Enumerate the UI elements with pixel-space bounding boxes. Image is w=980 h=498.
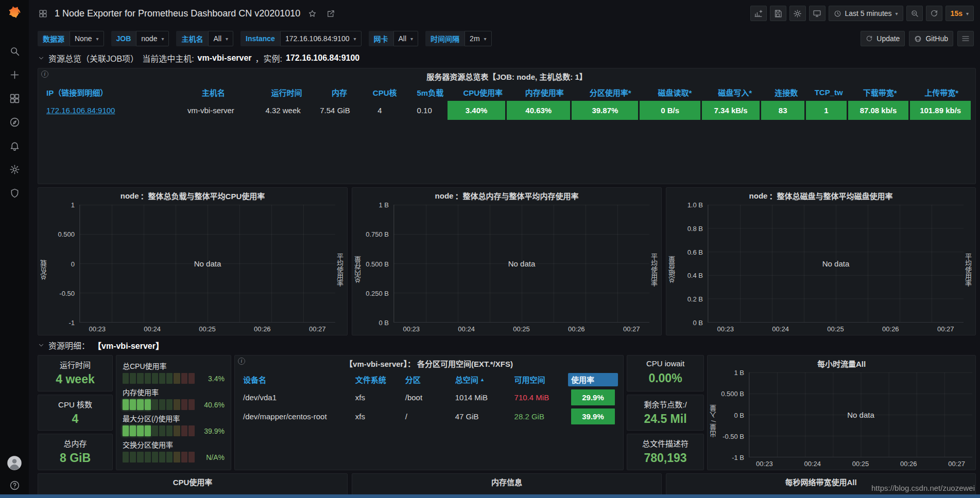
settings-gear-icon[interactable] xyxy=(9,164,20,175)
column-header[interactable]: 设备名 xyxy=(240,374,352,385)
panel-title[interactable]: node：整体总负载与整体平均CPU使用率 xyxy=(38,188,347,203)
gauge-segment xyxy=(188,399,195,410)
search-icon[interactable] xyxy=(9,46,20,57)
panel-title[interactable]: node：整体总磁盘与整体平均磁盘使用率 xyxy=(666,188,975,203)
dashboard-grid-icon[interactable] xyxy=(36,7,49,20)
plot-region: 1 B0.750 B0.500 B0.250 B0 BNo data00:230… xyxy=(363,205,649,335)
stat-value: 4 xyxy=(72,410,79,431)
variable-value: 172.16.106.84:9100 xyxy=(285,34,350,43)
column-header[interactable]: 下载带宽* xyxy=(849,87,910,98)
usage-gauges-panel: 总CPU使用率3.4%内存使用率40.6%最大分区(/)使用率39.9%交换分区… xyxy=(116,355,231,470)
column-header[interactable]: 使用率 xyxy=(568,373,618,386)
column-header[interactable]: 内存 xyxy=(316,87,363,98)
row-overview-instance-label: ，实例: xyxy=(255,52,282,64)
panel-title-text: 每小时流量All xyxy=(817,358,866,369)
avatar[interactable] xyxy=(7,455,22,471)
share-icon[interactable] xyxy=(324,7,337,20)
star-icon[interactable] xyxy=(305,7,319,20)
save-dashboard-button[interactable] xyxy=(770,6,786,21)
row-overview-header[interactable]: 资源总览（关联JOB项） 当前选中主机: vm-vbi-server ，实例: … xyxy=(38,51,976,65)
column-header[interactable]: 5m负载 xyxy=(407,87,454,98)
dashboards-icon[interactable] xyxy=(9,93,20,104)
column-header[interactable]: 总空间▴ xyxy=(452,374,511,385)
panel-title[interactable]: 【vm-vbi-server】： 各分区可用空间(EXT.*/XFS) xyxy=(240,355,618,371)
table-cell: xfs xyxy=(352,393,402,402)
column-header[interactable]: 磁盘读取* xyxy=(644,87,706,98)
stat-value: 24.5 Mil xyxy=(644,410,686,431)
column-header[interactable]: 磁盘写入* xyxy=(706,87,764,98)
time-range-picker[interactable]: Last 5 minutes ▾ xyxy=(829,6,903,21)
y-tick: 0.8 B xyxy=(687,224,703,232)
nav-left: 1 Node Exporter for Prometheus Dashboard… xyxy=(36,7,337,20)
zoom-out-button[interactable] xyxy=(906,6,923,21)
panel-title[interactable]: 每小时流量All xyxy=(708,355,975,371)
x-tick: 00:23 xyxy=(756,460,773,468)
variable-dropdown[interactable]: None▾ xyxy=(70,31,104,46)
column-header[interactable]: 分区使用率* xyxy=(577,87,644,98)
y-tick: 0 xyxy=(71,260,75,268)
y-tick: 1 B xyxy=(734,369,744,377)
column-header[interactable]: TCP_tw xyxy=(808,88,849,97)
variable-dropdown[interactable]: All▾ xyxy=(393,31,419,46)
x-tick: 00:27 xyxy=(948,460,965,468)
row-detail-header[interactable]: 资源明细： 【vm-vbi-server】 xyxy=(38,339,976,352)
variable-dropdown[interactable]: 2m▾ xyxy=(465,31,491,46)
variable-label: 时间间隔 xyxy=(425,31,465,46)
gauge-segment xyxy=(137,452,143,463)
refresh-button[interactable] xyxy=(926,6,942,21)
gauge-segment xyxy=(152,399,158,410)
variable-dropdown[interactable]: All▾ xyxy=(208,31,233,46)
plot-wrap: 10.5000-0.50-1No data xyxy=(48,205,335,323)
column-header[interactable]: 主机名 xyxy=(169,87,257,98)
gauge-bar xyxy=(123,452,195,463)
shield-icon[interactable] xyxy=(9,188,20,199)
usage-cell: 39.9% xyxy=(571,408,615,424)
plot-wrap: 1 B0.750 B0.500 B0.250 B0 BNo data xyxy=(363,205,649,323)
variable-item-0: 数据源None▾ xyxy=(38,31,104,46)
cycle-view-mode-button[interactable] xyxy=(809,6,826,21)
dashboard-title: 1 Node Exporter for Prometheus Dashboard… xyxy=(55,8,300,19)
dashboard-settings-button[interactable] xyxy=(789,6,806,21)
panel-title[interactable]: node：整体总内存与整体平均内存使用率 xyxy=(352,188,661,203)
variable-label: JOB xyxy=(111,31,136,46)
gauge-segment xyxy=(145,425,151,436)
column-header[interactable]: 文件系统 xyxy=(352,374,402,385)
grafana-logo-icon[interactable] xyxy=(6,5,23,22)
column-header[interactable]: IP（链接到明细） xyxy=(41,87,169,98)
refresh-interval-picker[interactable]: 15s ▾ xyxy=(945,6,974,21)
info-icon[interactable]: i xyxy=(41,70,48,78)
panel-title[interactable]: CPU使用率 xyxy=(38,474,347,489)
info-icon[interactable]: i xyxy=(238,358,245,365)
help-icon[interactable] xyxy=(9,480,20,491)
column-header[interactable]: 运行时间 xyxy=(257,87,316,98)
panel-title[interactable]: 服务器资源总览表【JOB: node, 主机总数: 1】 xyxy=(41,68,972,84)
github-button[interactable]: GitHub xyxy=(909,31,953,46)
variable-dropdown[interactable]: node▾ xyxy=(136,31,169,46)
gauge-segment xyxy=(188,425,195,436)
no-data-label: No data xyxy=(847,411,874,419)
column-header[interactable]: 可用空间 xyxy=(511,374,568,385)
menu-icon[interactable] xyxy=(957,31,974,46)
column-header[interactable]: 上传带宽* xyxy=(910,87,972,98)
watermark: https://blog.csdn.net/zuozewei xyxy=(871,484,975,492)
table-cell: 47 GiB xyxy=(452,412,511,421)
column-header[interactable]: 连接数 xyxy=(764,87,808,98)
no-data-label: No data xyxy=(508,259,536,268)
column-header[interactable]: 内存使用率 xyxy=(512,87,577,98)
column-header[interactable]: CPU核 xyxy=(363,87,407,98)
variable-dropdown[interactable]: 172.16.106.84:9100▾ xyxy=(280,31,362,46)
explore-compass-icon[interactable] xyxy=(9,117,20,128)
column-header[interactable]: 分区 xyxy=(402,374,452,385)
x-tick: 00:27 xyxy=(937,325,954,333)
panel-title[interactable]: 内存信息 xyxy=(352,474,661,489)
alerting-bell-icon[interactable] xyxy=(9,140,20,151)
add-icon[interactable] xyxy=(9,69,20,80)
update-button[interactable]: Update xyxy=(861,31,905,46)
plot-area: No data xyxy=(708,205,964,323)
column-header[interactable]: CPU使用率 xyxy=(454,87,512,98)
gauge-segment xyxy=(181,452,187,463)
ip-link[interactable]: 172.16.106.84:9100 xyxy=(41,101,167,120)
column-label: 分区 xyxy=(405,374,421,385)
right-axis-label: 平均使用率 xyxy=(335,205,344,335)
add-panel-button[interactable] xyxy=(750,6,767,21)
